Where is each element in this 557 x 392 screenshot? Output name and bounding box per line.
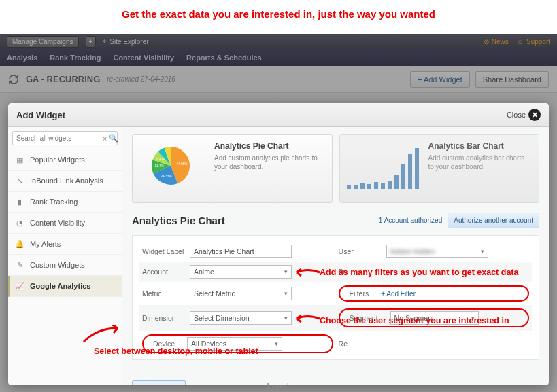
metric-select[interactable]: Select Metric	[190, 287, 292, 300]
widget-label-label: Widget Label	[139, 241, 187, 262]
sidebar-item-alerts[interactable]: 🔔My Alerts	[8, 234, 122, 255]
widget-config-form: Widget Label Analytics Pie Chart User hi…	[132, 235, 539, 360]
svg-text:24.33%: 24.33%	[161, 175, 172, 178]
dimension-select[interactable]: Select Dimension	[190, 311, 292, 325]
bar-chart-preview	[347, 141, 422, 189]
modal-content: 44.08%24.33%11.7%8.47% Analytics Pie Cha…	[122, 127, 549, 385]
device-row-highlight: Device All Devices	[142, 334, 333, 353]
pencil-icon: ✎	[15, 260, 24, 270]
search-input-wrap[interactable]: × 🔍	[12, 131, 118, 145]
close-button[interactable]: Close ✕	[507, 109, 541, 121]
sidebar-item-rank[interactable]: ▮Rank Tracking	[8, 192, 122, 213]
sidebar-item-inbound[interactable]: ↘InBound Link Analysis	[8, 171, 122, 192]
clear-icon[interactable]: ×	[103, 135, 107, 143]
user-select[interactable]: hidden hidden	[386, 245, 488, 258]
widget-card-pie[interactable]: 44.08%24.33%11.7%8.47% Analytics Pie Cha…	[132, 134, 333, 203]
pr-label: Pr	[336, 262, 384, 282]
svg-text:44.08%: 44.08%	[176, 162, 188, 165]
pie-chart-preview: 44.08%24.33%11.7%8.47%	[139, 141, 207, 196]
metric-label: Metric	[139, 282, 187, 305]
sidebar-item-popular[interactable]: ▦Popular Widgets	[8, 149, 122, 171]
section-title: Analytics Pie Chart	[132, 215, 225, 226]
card-desc: Add custom analytics bar charts to your …	[428, 154, 533, 171]
account-authorized-link[interactable]: 1 Account authorized	[379, 217, 442, 224]
re-label: Re	[336, 331, 384, 357]
widget-card-bar[interactable]: Analytics Bar Chart Add custom analytics…	[339, 134, 540, 203]
sidebar-item-custom[interactable]: ✎Custom Widgets	[8, 255, 122, 276]
search-input[interactable]	[16, 135, 103, 142]
segment-label: Segment	[350, 314, 378, 322]
sidebar-item-google-analytics[interactable]: 📈Google Analytics	[8, 276, 122, 297]
authorize-account-button[interactable]: Authorize another account	[448, 213, 539, 228]
account-select[interactable]: Anime	[190, 265, 292, 279]
search-icon[interactable]: 🔍	[109, 134, 118, 143]
widget-label-input[interactable]: Analytics Pie Chart	[190, 245, 292, 258]
analytics-icon: 📈	[15, 281, 24, 291]
add-filter-link[interactable]: + Add Filter	[381, 290, 416, 298]
card-title: Analytics Bar Chart	[428, 141, 533, 151]
widget-category-sidebar: × 🔍 ▦Popular Widgets ↘InBound Link Analy…	[8, 127, 122, 385]
segment-row-highlight: Segment No Segment	[339, 308, 529, 327]
bars-icon: ▮	[15, 197, 24, 207]
footer-period: 1 month	[0, 382, 557, 390]
annotation-top: Get the exact data you are interested in…	[0, 0, 557, 20]
eye-icon: ◔	[15, 218, 24, 228]
segment-select[interactable]: No Segment	[390, 311, 479, 325]
grid-icon: ▦	[15, 155, 24, 164]
svg-text:11.7%: 11.7%	[154, 164, 164, 168]
account-label: Account	[139, 262, 187, 282]
close-icon: ✕	[528, 109, 541, 121]
modal-title: Add Widget	[16, 110, 65, 120]
filters-row-highlight: Filters + Add Filter	[339, 285, 529, 302]
dimension-label: Dimension	[139, 305, 187, 331]
add-widget-modal: Add Widget Close ✕ × 🔍 ▦Popular Widgets …	[8, 103, 549, 385]
card-title: Analytics Pie Chart	[214, 141, 325, 151]
device-select[interactable]: All Devices	[187, 337, 282, 351]
card-desc: Add custom analytics pie charts to your …	[214, 154, 325, 171]
device-label: Device	[153, 340, 175, 348]
filters-label: Filters	[350, 289, 369, 298]
user-label: User	[336, 241, 384, 262]
modal-header: Add Widget Close ✕	[8, 103, 549, 127]
bell-icon: 🔔	[15, 239, 24, 249]
sidebar-item-content[interactable]: ◔Content Visibility	[8, 213, 122, 234]
link-icon: ↘	[15, 176, 24, 185]
